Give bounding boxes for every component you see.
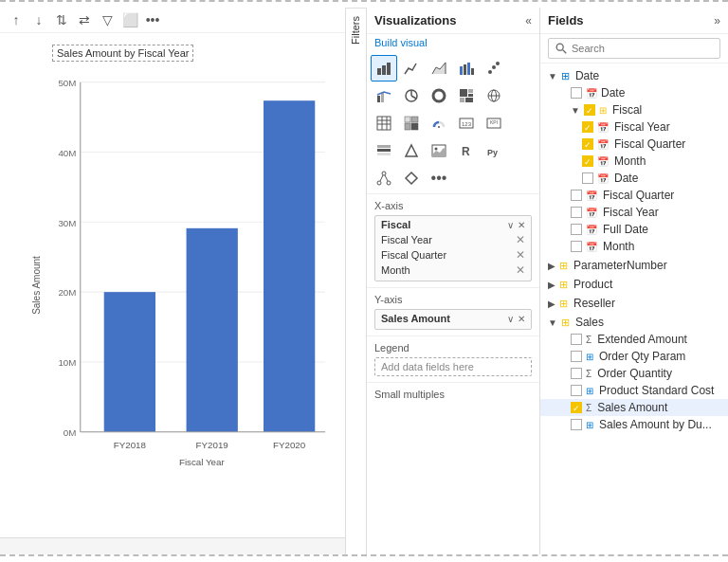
viz-donut-icon[interactable] — [426, 82, 452, 109]
viz-bar-icon[interactable] — [371, 55, 397, 82]
order-quantity-checkbox[interactable] — [571, 368, 582, 379]
xaxis-item-3-remove[interactable]: ✕ — [516, 263, 525, 277]
field-group-product-header[interactable]: ▶ ⊞ Product — [540, 276, 728, 293]
fiscal-year2-checkbox[interactable] — [571, 207, 582, 218]
extended-amount-checkbox[interactable] — [571, 334, 582, 345]
viz-line-icon[interactable] — [398, 55, 425, 82]
sales-amount-du-name: Sales Amount by Du... — [599, 418, 712, 431]
field-item-order-qty-param[interactable]: ⊞ Order Qty Param — [540, 348, 728, 365]
more-icon[interactable]: ••• — [144, 11, 161, 28]
field-item-fiscal-year[interactable]: 📅 Fiscal Year — [540, 118, 728, 136]
viz-more-btn[interactable]: ••• — [426, 165, 452, 191]
viz-collapse-icon[interactable]: « — [525, 14, 532, 27]
sales-amount-du-checkbox[interactable] — [571, 419, 582, 430]
yaxis-remove-btn[interactable]: ✕ — [518, 314, 525, 324]
viz-treemap-icon[interactable] — [453, 82, 480, 109]
product-standard-cost-checkbox[interactable] — [571, 385, 582, 396]
field-group-reseller-header[interactable]: ▶ ⊞ Reseller — [540, 295, 728, 312]
field-item-product-standard-cost[interactable]: ⊞ Product Standard Cost — [540, 382, 728, 399]
order-qty-param-name: Order Qty Param — [599, 350, 685, 363]
field-item-fiscal-date[interactable]: 📅 Date — [540, 170, 728, 187]
yaxis-expand-btn[interactable]: ∨ — [507, 314, 514, 324]
field-item-month[interactable]: 📅 Month — [540, 153, 728, 170]
field-item-month2[interactable]: 📅 Month — [540, 238, 728, 255]
field-item-order-quantity[interactable]: Σ Order Quantity — [540, 365, 728, 382]
viz-combo-icon[interactable] — [371, 82, 397, 109]
fiscal-quarter2-checkbox[interactable] — [571, 190, 582, 201]
search-input[interactable] — [572, 43, 714, 54]
bar-fy2018[interactable] — [104, 292, 155, 432]
date1-checkbox[interactable] — [571, 87, 582, 99]
svg-rect-43 — [377, 117, 391, 130]
field-item-sales-amount[interactable]: Σ Sales Amount — [540, 399, 728, 416]
sales-amount-du-icon: ⊞ — [586, 420, 593, 430]
viz-py-icon[interactable]: Py — [481, 137, 507, 164]
xaxis-item-2-remove[interactable]: ✕ — [516, 248, 525, 262]
field-item-sales-amount-du[interactable]: ⊞ Sales Amount by Du... — [540, 416, 728, 433]
viz-kpi-icon[interactable]: KPI — [481, 110, 507, 136]
date1-name: Date — [601, 86, 625, 100]
full-date-checkbox[interactable] — [571, 224, 582, 235]
field-item-fiscal-quarter2[interactable]: 📅 Fiscal Quarter — [540, 187, 728, 204]
month-name: Month — [614, 154, 646, 168]
build-visual-link[interactable]: Build visual — [374, 37, 428, 48]
product-standard-cost-name: Product Standard Cost — [599, 384, 714, 397]
viz-matrix-icon[interactable] — [398, 110, 425, 136]
fiscal-quarter2-name: Fiscal Quarter — [603, 189, 674, 202]
viz-pie-icon[interactable] — [398, 82, 425, 109]
fiscal-quarter-checkbox[interactable] — [582, 138, 593, 150]
yaxis-field-name: Sales Amount — [381, 313, 450, 324]
sales-amount-checkbox[interactable] — [571, 402, 582, 413]
filter-icon[interactable]: ▽ — [99, 11, 116, 28]
field-group-date-header[interactable]: ▼ ⊞ Date — [540, 67, 728, 84]
viz-map-icon[interactable] — [481, 82, 507, 109]
field-item-full-date[interactable]: 📅 Full Date — [540, 221, 728, 238]
fields-expand-icon[interactable]: » — [714, 14, 720, 27]
svg-point-71 — [556, 44, 563, 50]
xaxis-expand-btn[interactable]: ∨ — [507, 220, 514, 230]
field-group-parameter-header[interactable]: ▶ ⊞ ParameterNumber — [540, 257, 728, 274]
fiscal-year-cal-icon: 📅 — [597, 122, 609, 133]
field-item-date1[interactable]: 📅 Date — [540, 84, 728, 101]
viz-slicer-icon[interactable] — [371, 137, 397, 164]
fiscal-checkbox[interactable] — [584, 104, 595, 116]
fiscal-date-checkbox[interactable] — [582, 172, 593, 184]
sort-up-icon[interactable]: ↑ — [8, 11, 25, 28]
month-checkbox[interactable] — [582, 155, 593, 167]
svg-point-26 — [492, 65, 496, 69]
field-item-fiscal-quarter[interactable]: 📅 Fiscal Quarter — [540, 136, 728, 153]
field-item-extended-amount[interactable]: Σ Extended Amount — [540, 331, 728, 348]
order-qty-param-checkbox[interactable] — [571, 351, 582, 362]
sales-amount-icon: Σ — [586, 403, 592, 413]
focus-icon[interactable]: ⬜ — [121, 11, 138, 28]
viz-column-icon[interactable] — [453, 55, 480, 82]
bar-fy2019[interactable] — [187, 228, 238, 432]
field-group-sales-header[interactable]: ▼ ⊞ Sales — [540, 314, 728, 331]
viz-r-icon[interactable]: R — [453, 137, 480, 164]
sort-down-icon[interactable]: ↓ — [30, 11, 47, 28]
field-item-fiscal-group[interactable]: ▼ ⊞ Fiscal — [540, 101, 728, 118]
xaxis-item-1-remove[interactable]: ✕ — [516, 233, 525, 246]
fiscal-year-checkbox[interactable] — [582, 121, 593, 133]
bar-fy2020[interactable] — [264, 100, 315, 432]
expand-icon[interactable]: ⇄ — [76, 11, 93, 28]
xaxis-remove-btn[interactable]: ✕ — [518, 220, 525, 230]
viz-gauge-icon[interactable] — [426, 110, 452, 136]
field-item-fiscal-year2[interactable]: 📅 Fiscal Year — [540, 204, 728, 221]
viz-decomp-icon[interactable] — [371, 165, 397, 191]
month2-checkbox[interactable] — [571, 241, 582, 252]
legend-drop-zone[interactable]: Add data fields here — [374, 357, 532, 376]
viz-scatter-icon[interactable] — [481, 55, 507, 82]
fiscal-date-name: Date — [614, 172, 638, 185]
viz-table-icon[interactable] — [371, 110, 397, 136]
sort-both-icon[interactable]: ⇅ — [53, 11, 70, 28]
viz-shape-icon[interactable] — [398, 137, 425, 164]
svg-rect-21 — [460, 66, 463, 75]
viz-key-icon[interactable] — [398, 165, 425, 191]
viz-area-icon[interactable] — [426, 55, 452, 82]
filters-side[interactable]: Filters — [346, 8, 367, 554]
svg-text:FY2020: FY2020 — [273, 440, 306, 450]
viz-card-icon[interactable]: 123 — [453, 110, 480, 136]
viz-image-icon[interactable] — [426, 137, 452, 164]
filters-label[interactable]: Filters — [346, 8, 366, 52]
